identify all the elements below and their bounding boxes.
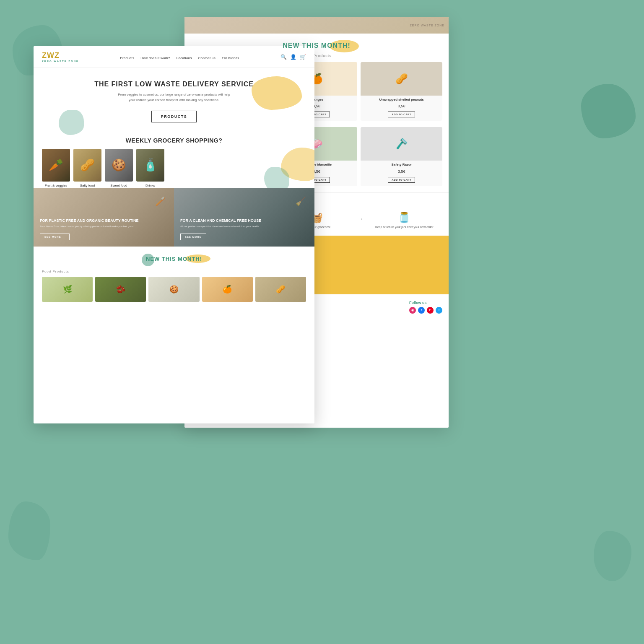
food-products-label-front: Food Products	[34, 270, 314, 277]
promo-clean-content: FOR A CLEAN AND CHEMICAL FREE HOUSE All …	[180, 218, 261, 240]
thumbnail-row: 🌿 🫘 🍪 🍊 🥜	[34, 277, 314, 306]
category-drinks: 🧴 Drinks SEE MORE	[136, 149, 164, 182]
product-card-peanuts: 🥜 Unwrapped shelled peanuts 3,5€ ADD TO …	[361, 62, 442, 121]
promo-beauty-content: FOR PLASTIC FREE AND ORGANIC BEAUTY ROUT…	[40, 218, 139, 240]
footer-follow: Follow us ◉ f P t	[409, 301, 442, 316]
nav-how-it-works[interactable]: How does it work?	[140, 56, 170, 60]
veggies-card: 🥕	[42, 149, 70, 182]
salty-label: Salty food	[73, 184, 101, 187]
promo-clean-desc: All our products respect the planet and …	[180, 225, 261, 228]
new-badge-title: NEW THIS MONTH!	[283, 42, 351, 49]
how-step-3-icon: 🫙	[366, 212, 442, 223]
nav-contact[interactable]: Contact us	[198, 56, 216, 60]
add-to-cart-peanuts[interactable]: ADD TO CART	[388, 112, 415, 117]
weekly-title: WEEKLY GROCERY SHOPPING?	[42, 137, 306, 144]
promo-beauty: 🪥 FOR PLASTIC FREE AND ORGANIC BEAUTY RO…	[34, 188, 174, 247]
top-image-strip: ZERO WASTE ZONE	[184, 17, 449, 34]
follow-title: Follow us	[409, 301, 442, 305]
sweet-card: 🍪	[105, 149, 133, 182]
how-step-3-text: Keep or return your jars after your next…	[366, 225, 442, 229]
brand-logo: ZWZ ZERO WASTE ZONE	[42, 51, 79, 62]
new-month-badge: NEW THIS MONTH!	[146, 256, 202, 262]
add-to-cart-razor[interactable]: ADD TO CART	[388, 177, 415, 183]
arrow-2: →	[358, 216, 363, 222]
thumb-2: 🫘	[95, 277, 146, 302]
drinks-label: Drinks	[136, 184, 164, 187]
social-icons: ◉ f P t	[409, 307, 442, 314]
search-icon[interactable]: 🔍	[280, 54, 287, 60]
cart-icon[interactable]: 🛒	[300, 54, 306, 60]
brand-tagline: ZERO WASTE ZONE	[42, 60, 79, 62]
clean-icon: 🧹	[296, 196, 306, 206]
product-card-razor: 🪒 Safety Razor 3,5€ ADD TO CART	[361, 127, 442, 186]
promo-clean: 🧹 FOR A CLEAN AND CHEMICAL FREE HOUSE Al…	[174, 188, 314, 247]
weekly-section: WEEKLY GROCERY SHOPPING? 🥕 Fruit & veggi…	[34, 131, 314, 188]
drinks-icon: 🧴	[143, 158, 158, 172]
thumb-4: 🍊	[202, 277, 253, 302]
salty-card: 🥜	[73, 149, 101, 182]
product-image-peanuts: 🥜	[361, 62, 442, 96]
new-month-front: NEW THIS MONTH!	[34, 247, 314, 270]
instagram-icon[interactable]: ◉	[409, 307, 416, 314]
category-sweet: 🍪 Sweet food SEE MORE	[105, 149, 133, 182]
hero-section: THE FIRST LOW WASTE DELIVERY SERVICE Fro…	[34, 68, 314, 131]
product-image-razor: 🪒	[361, 127, 442, 161]
veggies-label: Fruit & veggies	[42, 184, 70, 187]
thumb-5: 🥜	[255, 277, 306, 302]
how-step-3: 🫙 Keep or return your jars after your ne…	[366, 212, 442, 229]
promo-beauty-title: FOR PLASTIC FREE AND ORGANIC BEAUTY ROUT…	[40, 218, 139, 223]
sweet-icon: 🍪	[112, 158, 126, 172]
account-icon[interactable]: 👤	[290, 54, 296, 60]
twitter-icon[interactable]: t	[436, 307, 442, 314]
nav-products[interactable]: Products	[120, 56, 134, 60]
main-nav: ZWZ ZERO WASTE ZONE Products How does it…	[34, 46, 314, 68]
promo-clean-title: FOR A CLEAN AND CHEMICAL FREE HOUSE	[180, 218, 261, 223]
hero-yellow-blob	[252, 76, 302, 110]
thumb-1: 🌿	[42, 277, 93, 302]
salty-icon: 🥜	[80, 158, 95, 172]
category-salty: 🥜 Salty food SEE MORE	[73, 149, 101, 182]
new-badge: NEW THIS MONTH!	[283, 42, 351, 49]
promo-beauty-desc: Zero Waste Zone takes care of you by off…	[40, 225, 139, 228]
product-name-peanuts: Unwrapped shelled peanuts	[361, 96, 442, 103]
veggies-icon: 🥕	[49, 158, 63, 172]
product-name-razor: Safety Razor	[361, 161, 442, 168]
sweet-label: Sweet food	[105, 184, 133, 187]
nav-links: Products How does it work? Locations Con…	[120, 53, 239, 61]
product-price-razor: 3,5€	[361, 169, 442, 174]
beauty-icon: 🪥	[155, 196, 166, 206]
hero-cta-button[interactable]: PRODUCTS	[151, 111, 197, 122]
drinks-card: 🧴	[136, 149, 164, 182]
nav-brands[interactable]: For brands	[222, 56, 239, 60]
pinterest-icon[interactable]: P	[427, 307, 434, 314]
product-price-peanuts: 3,5€	[361, 104, 442, 108]
facebook-icon[interactable]: f	[418, 307, 425, 314]
thumb-3: 🍪	[148, 277, 199, 302]
promo-row: 🪥 FOR PLASTIC FREE AND ORGANIC BEAUTY RO…	[34, 188, 314, 247]
kitchen-label: ZERO WASTE ZONE	[410, 24, 444, 27]
new-month-title: NEW THIS MONTH!	[146, 256, 202, 262]
category-veggies: 🥕 Fruit & veggies SEE MORE	[42, 149, 70, 182]
front-page: ZWZ ZERO WASTE ZONE Products How does it…	[34, 46, 314, 423]
promo-clean-cta[interactable]: SEE MORE	[180, 234, 206, 240]
nav-locations[interactable]: Locations	[177, 56, 192, 60]
promo-beauty-cta[interactable]: SEE MORE →	[40, 234, 70, 240]
hero-description: From veggies to cosmetics, our large ran…	[115, 92, 233, 103]
nav-icons: 🔍 👤 🛒	[280, 54, 306, 60]
